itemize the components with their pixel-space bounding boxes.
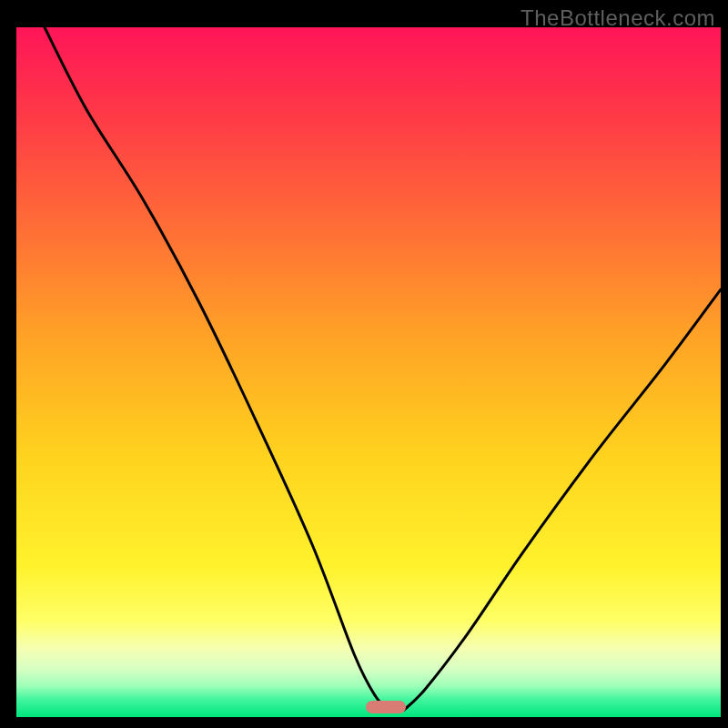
curve-left-branch [45,27,389,710]
optimal-marker-pill [366,701,406,713]
watermark-text: TheBottleneck.com [521,5,715,31]
chart-frame: TheBottleneck.com [0,0,728,728]
plot-area [16,27,721,717]
bottleneck-curve [16,27,721,717]
curve-right-branch [404,289,721,710]
